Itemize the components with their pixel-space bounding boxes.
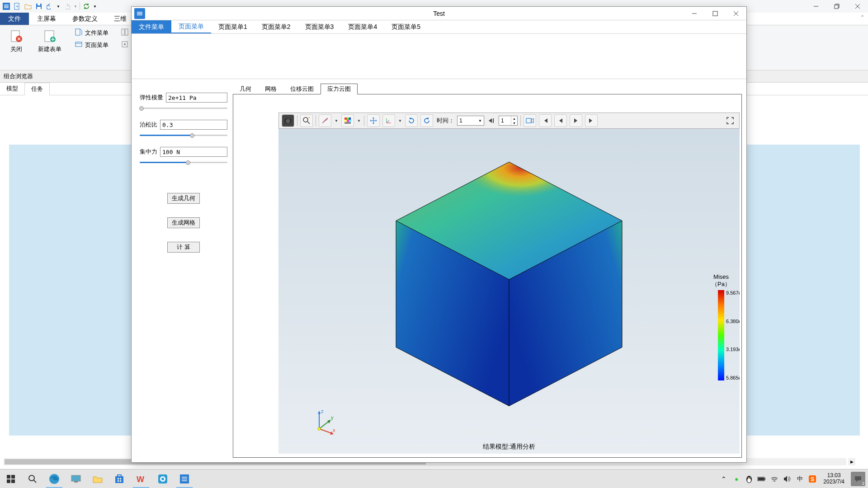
child-tab-page[interactable]: 页面菜单	[171, 20, 211, 33]
time-select[interactable]: 1 ▼	[457, 116, 484, 126]
redo-icon[interactable]	[62, 2, 71, 11]
play-forward-icon[interactable]	[570, 114, 582, 127]
modulus-slider[interactable]	[140, 104, 227, 112]
scroll-right-arrow-icon[interactable]: ▶	[848, 458, 855, 465]
tab-params[interactable]: 参数定义	[64, 13, 106, 25]
svg-point-48	[29, 475, 34, 481]
taskbar-app3-icon[interactable]	[174, 469, 195, 488]
tray-sogou-icon[interactable]: S	[808, 474, 817, 483]
undo-icon[interactable]	[45, 2, 54, 11]
child-close-button[interactable]	[726, 7, 746, 20]
undo-dropdown-icon[interactable]: ▼	[56, 2, 61, 11]
viewer-tab-mesh[interactable]: 网格	[258, 84, 283, 94]
play-back-icon[interactable]	[554, 114, 567, 127]
close-button[interactable]: 关闭	[5, 27, 27, 55]
colorcube-dropdown-icon[interactable]: ▼	[357, 119, 361, 123]
taskbar-edge-icon[interactable]	[43, 469, 65, 488]
tray-ime-icon[interactable]: 中	[795, 474, 804, 483]
brush-dropdown-icon[interactable]: ▼	[334, 119, 339, 123]
page-menu-button[interactable]: 页面菜单	[72, 39, 111, 51]
taskbar-store-icon[interactable]	[108, 469, 130, 488]
save-icon[interactable]	[34, 2, 43, 11]
svg-rect-27	[344, 122, 351, 124]
tray-cloud-icon[interactable]: ●	[732, 474, 741, 483]
main-minimize-button[interactable]	[806, 0, 826, 13]
colorcube-icon[interactable]	[341, 114, 354, 127]
child-tab-page3[interactable]: 页面菜单3	[298, 20, 341, 33]
main-restore-button[interactable]	[826, 0, 847, 13]
notification-center-icon[interactable]: 2	[851, 472, 865, 486]
force-slider[interactable]	[140, 159, 227, 166]
step-end-icon[interactable]	[487, 114, 496, 127]
skip-start-icon[interactable]	[539, 114, 552, 127]
svg-rect-21	[344, 117, 347, 120]
calculate-button[interactable]: 计 算	[167, 242, 200, 253]
tab-3d[interactable]: 三维	[106, 13, 135, 25]
fullscreen-icon[interactable]	[724, 114, 736, 127]
axes-icon[interactable]	[382, 114, 395, 127]
viewport-3d[interactable]: z x y 结果模型:通用分析 Mi	[278, 129, 740, 454]
child-minimize-button[interactable]	[684, 7, 705, 20]
spin-down-icon[interactable]: ▼	[511, 121, 517, 125]
refresh-icon[interactable]	[82, 2, 91, 11]
force-input[interactable]	[160, 147, 227, 157]
file-menu-button[interactable]: 文件菜单	[72, 27, 111, 38]
tray-battery-icon[interactable]	[757, 474, 766, 483]
axes-dropdown-icon[interactable]: ▼	[398, 119, 402, 123]
taskbar-app2-icon[interactable]	[152, 469, 174, 488]
taskbar-desktop-icon[interactable]	[65, 469, 87, 488]
rotate-cw-icon[interactable]	[420, 114, 433, 127]
child-tab-page2[interactable]: 页面菜单2	[255, 20, 298, 33]
spin-up-icon[interactable]: ▲	[511, 116, 517, 121]
new-form-button[interactable]: 新建表单	[34, 27, 65, 55]
tray-volume-icon[interactable]	[783, 474, 792, 483]
open-folder-icon[interactable]	[24, 2, 33, 11]
tab-model[interactable]: 模型	[0, 83, 24, 95]
camera-icon[interactable]	[282, 114, 294, 127]
viewer-tab-stress[interactable]: 应力云图	[321, 84, 358, 94]
child-maximize-button[interactable]	[705, 7, 726, 20]
svg-rect-69	[758, 478, 764, 480]
child-titlebar[interactable]: Test	[132, 7, 746, 20]
tray-chevron-up-icon[interactable]: ⌃	[719, 474, 728, 483]
taskbar-explorer-icon[interactable]	[87, 469, 108, 488]
brush-icon[interactable]	[319, 114, 331, 127]
child-tab-page4[interactable]: 页面菜单4	[341, 20, 384, 33]
redo-dropdown-icon[interactable]: ▼	[73, 2, 78, 11]
poisson-slider[interactable]	[140, 131, 227, 139]
tab-home[interactable]: 主屏幕	[29, 13, 64, 25]
start-button[interactable]	[0, 469, 22, 488]
tab-task[interactable]: 任务	[24, 83, 50, 95]
modulus-input[interactable]	[166, 93, 227, 103]
child-tab-file[interactable]: 文件菜单	[132, 20, 171, 33]
legend-tick: 6.380e+06	[726, 319, 740, 324]
skip-end-icon[interactable]	[585, 114, 598, 127]
notif-count: 2	[862, 481, 864, 486]
spin-input[interactable]: 1 ▲ ▼	[499, 116, 518, 126]
generate-geometry-button[interactable]: 生成几何	[167, 193, 200, 204]
magnifier-icon[interactable]	[300, 114, 313, 127]
main-close-button[interactable]	[847, 0, 868, 13]
svg-line-40	[319, 421, 329, 429]
page-menu-icon	[75, 41, 82, 49]
poisson-input[interactable]	[160, 120, 227, 130]
viewer-tab-geometry[interactable]: 几何	[233, 84, 258, 94]
generate-mesh-button[interactable]: 生成网格	[167, 217, 200, 228]
child-tab-page5[interactable]: 页面菜单5	[384, 20, 428, 33]
taskbar-clock[interactable]: 13:03 2023/7/4	[821, 473, 847, 485]
taskbar-wps-icon[interactable]: W	[130, 469, 152, 488]
tray-wifi-icon[interactable]	[770, 474, 779, 483]
svg-rect-10	[75, 29, 80, 35]
ribbon-collapse-icon[interactable]: ⌃	[860, 14, 864, 20]
svg-rect-12	[122, 29, 124, 35]
move-icon[interactable]	[367, 114, 380, 127]
tab-file[interactable]: 文件	[0, 13, 29, 25]
rotate-ccw-icon[interactable]	[405, 114, 418, 127]
video-icon[interactable]	[524, 114, 536, 127]
search-button[interactable]	[22, 469, 43, 488]
child-tab-page1[interactable]: 页面菜单1	[211, 20, 255, 33]
viewer-tab-displacement[interactable]: 位移云图	[283, 84, 321, 94]
refresh-dropdown-icon[interactable]: ▼	[93, 2, 97, 11]
new-file-icon[interactable]	[13, 2, 22, 11]
tray-penguin-icon[interactable]	[745, 474, 754, 483]
